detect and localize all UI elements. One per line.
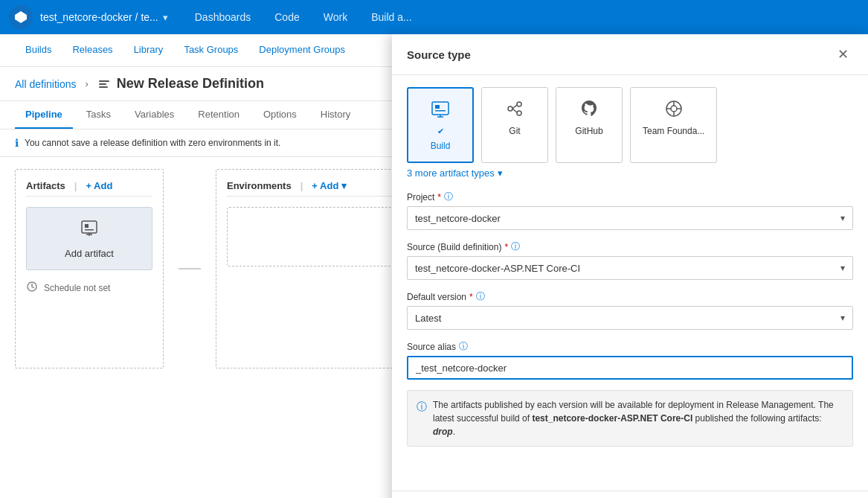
environments-label: Environments <box>227 180 292 191</box>
schedule-icon <box>26 281 38 296</box>
source-type-grid: ✔ Build Git <box>407 87 853 163</box>
more-types-chevron: ▾ <box>498 167 503 179</box>
info-box-text: The artifacts published by each version … <box>433 398 843 438</box>
info-box-icon: ⓘ <box>417 399 427 438</box>
svg-rect-0 <box>99 80 109 82</box>
project-select[interactable]: test_netcore-docker ▾ <box>407 206 853 230</box>
nav-code[interactable]: Code <box>263 0 311 34</box>
artifacts-box: Artifacts | + Add Add artifact <box>15 169 164 368</box>
default-version-select-value: Latest <box>415 313 441 324</box>
panel-title: Source type <box>407 48 471 61</box>
source-alias-info-icon[interactable]: ⓘ <box>459 340 468 353</box>
artifacts-add-link[interactable]: + Add <box>86 180 112 191</box>
source-type-github[interactable]: GitHub <box>556 87 623 163</box>
default-version-label: Default version * ⓘ <box>407 290 853 303</box>
sec-nav-taskgroups[interactable]: Task Groups <box>173 34 248 67</box>
svg-rect-3 <box>82 221 97 233</box>
svg-point-12 <box>517 111 521 115</box>
svg-rect-7 <box>432 102 449 115</box>
logo <box>9 5 33 29</box>
artifacts-info-box: ⓘ The artifacts published by each versio… <box>407 390 853 447</box>
source-select[interactable]: test_netcore-docker-ASP.NET Core-CI ▾ <box>407 256 853 280</box>
svg-rect-4 <box>85 224 89 228</box>
tab-variables[interactable]: Variables <box>124 101 184 129</box>
source-field-group: Source (Build definition) * ⓘ test_netco… <box>407 240 853 280</box>
default-version-select[interactable]: Latest ▾ <box>407 306 853 330</box>
source-alias-input[interactable] <box>407 356 853 380</box>
sec-nav-builds[interactable]: Builds <box>15 34 62 67</box>
artifact-card[interactable]: Add artifact <box>26 207 152 270</box>
build-icon <box>430 99 451 122</box>
svg-rect-9 <box>435 110 446 112</box>
tab-pipeline[interactable]: Pipeline <box>15 101 73 129</box>
tab-retention[interactable]: Retention <box>187 101 250 129</box>
source-alias-label: Source alias ⓘ <box>407 340 853 353</box>
source-label: Source (Build definition) * ⓘ <box>407 240 853 253</box>
panel-body: ✔ Build Git <box>392 75 868 491</box>
info-box-bold1: test_netcore-docker-ASP.NET Core-CI <box>532 413 692 424</box>
environments-add-link[interactable]: + Add ▾ <box>312 180 347 191</box>
artifacts-header: Artifacts | + Add <box>26 180 152 197</box>
tab-history[interactable]: History <box>310 101 361 129</box>
pipeline-connector <box>179 169 201 368</box>
top-nav-links: Dashboards Code Work Build a... <box>183 0 424 34</box>
sec-nav-library[interactable]: Library <box>123 34 174 67</box>
default-version-field-group: Default version * ⓘ Latest ▾ <box>407 290 853 330</box>
more-types-text: 3 more artifact types <box>407 167 495 179</box>
default-version-select-chevron: ▾ <box>840 313 845 323</box>
source-info-icon[interactable]: ⓘ <box>511 240 520 253</box>
svg-point-11 <box>508 106 512 111</box>
svg-rect-1 <box>99 83 106 85</box>
build-label: Build <box>431 141 451 151</box>
nav-build[interactable]: Build a... <box>359 0 423 34</box>
default-version-info-icon[interactable]: ⓘ <box>476 290 485 303</box>
build-check: ✔ <box>437 127 444 136</box>
project-select-chevron: ▾ <box>840 213 845 223</box>
more-artifact-types-link[interactable]: 3 more artifact types ▾ <box>407 167 853 179</box>
source-type-build[interactable]: ✔ Build <box>407 87 474 163</box>
tab-options[interactable]: Options <box>253 101 307 129</box>
release-def-icon <box>97 77 111 91</box>
info-box-bold2: drop <box>433 427 453 437</box>
breadcrumb-separator: › <box>86 78 89 89</box>
page-title-text: New Release Definition <box>117 76 264 92</box>
svg-point-10 <box>517 102 521 106</box>
info-banner-icon: ℹ <box>15 137 19 149</box>
connector-line <box>179 268 201 269</box>
sec-nav-deploymentgroups[interactable]: Deployment Groups <box>248 34 356 67</box>
artifact-card-icon <box>79 218 100 243</box>
source-required: * <box>504 242 508 252</box>
project-info-icon[interactable]: ⓘ <box>444 191 453 203</box>
default-version-required: * <box>469 292 473 302</box>
teamfoundation-icon <box>663 98 684 121</box>
git-icon <box>504 98 525 121</box>
source-type-panel: Source type ✕ <box>392 34 868 498</box>
source-type-teamfoundation[interactable]: Team Founda... <box>630 87 717 163</box>
svg-rect-2 <box>99 86 108 88</box>
git-label: Git <box>509 126 520 136</box>
breadcrumb-parent[interactable]: All definitions <box>15 78 77 90</box>
sec-nav-releases[interactable]: Releases <box>62 34 123 67</box>
artifacts-label: Artifacts <box>26 180 65 191</box>
project-chevron[interactable]: ▾ <box>163 12 168 23</box>
github-icon <box>579 98 599 121</box>
panel-footer: Add <box>392 491 868 498</box>
nav-dashboards[interactable]: Dashboards <box>183 0 263 34</box>
nav-work[interactable]: Work <box>312 0 359 34</box>
svg-point-14 <box>671 106 677 112</box>
schedule-area: Schedule not set <box>26 281 152 296</box>
source-type-git[interactable]: Git <box>481 87 548 163</box>
teamfoundation-label: Team Founda... <box>643 126 704 136</box>
source-alias-field-group: Source alias ⓘ <box>407 340 853 380</box>
project-label: Project * ⓘ <box>407 191 853 203</box>
page-title: New Release Definition <box>97 76 264 92</box>
close-button[interactable]: ✕ <box>833 45 853 64</box>
project-required: * <box>437 192 441 202</box>
panel-header: Source type ✕ <box>392 34 868 75</box>
tab-tasks[interactable]: Tasks <box>76 101 121 129</box>
artifact-card-label: Add artifact <box>65 248 114 259</box>
source-select-chevron: ▾ <box>840 263 845 273</box>
schedule-label: Schedule not set <box>44 283 110 293</box>
svg-rect-5 <box>85 229 94 231</box>
project-title[interactable]: test_netcore-docker / te... <box>40 11 158 23</box>
